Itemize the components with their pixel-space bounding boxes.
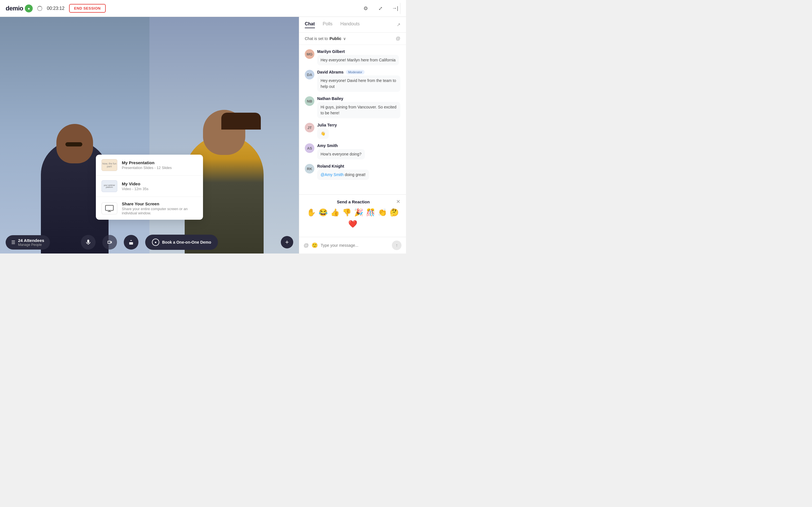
- camera-icon: [107, 239, 112, 245]
- reaction-hand[interactable]: ✋: [307, 208, 316, 217]
- reaction-confetti[interactable]: 🎊: [366, 208, 375, 217]
- send-button[interactable]: ↑: [392, 240, 402, 250]
- message-body: Marilyn Gilbert Hey everyone! Marilyn he…: [317, 49, 400, 65]
- avatar: DA: [305, 70, 314, 79]
- reaction-clap[interactable]: 👏: [378, 208, 387, 217]
- reaction-thinking[interactable]: 🤔: [390, 208, 399, 217]
- message-input[interactable]: [320, 243, 389, 247]
- message-sender: Marilyn Gilbert: [317, 49, 400, 54]
- reaction-close-button[interactable]: ✕: [396, 199, 400, 204]
- tab-handouts[interactable]: Handouts: [340, 21, 360, 28]
- sender-name: Amy Smith: [317, 144, 338, 148]
- list-item: DA David Abrams Moderator Hey everyone! …: [305, 70, 400, 92]
- monitor-icon: [105, 205, 114, 212]
- avatar: RK: [305, 164, 314, 173]
- external-link-icon[interactable]: ↗: [397, 22, 400, 27]
- message-sender: Amy Smith: [317, 144, 400, 148]
- microphone-icon: [86, 239, 91, 245]
- attendees-button[interactable]: ☰ 24 Attendees Manage People: [6, 235, 50, 249]
- video-info: My Video Video - 12m 35s: [122, 181, 197, 191]
- message-body: Amy Smith How's everyone doing?: [317, 144, 400, 159]
- session-timer: 00:23:12: [47, 6, 64, 11]
- enter-icon[interactable]: →|: [390, 3, 400, 13]
- message-body: Julia Terry 👋: [317, 123, 400, 139]
- presentation-info: My Presentation Presentation Slides - 12…: [122, 160, 197, 170]
- microphone-button[interactable]: [81, 235, 96, 249]
- camera-button[interactable]: [102, 235, 117, 249]
- list-item: MG Marilyn Gilbert Hey everyone! Marilyn…: [305, 49, 400, 65]
- sender-name: Julia Terry: [317, 123, 337, 127]
- logo-text: demio: [6, 5, 23, 12]
- video-subtitle: Video - 12m 35s: [122, 187, 197, 191]
- chat-public-toggle[interactable]: Chat is set to Public ∨: [305, 36, 346, 41]
- chat-tabs: Chat Polls Handouts ↗: [299, 17, 406, 33]
- chat-input-area: @ 🙂 ↑: [299, 237, 406, 253]
- message-sender: Nathan Bailey: [317, 96, 400, 101]
- chevron-down-icon: ∨: [343, 36, 346, 41]
- tab-polls[interactable]: Polls: [323, 21, 333, 28]
- at-mention-icon[interactable]: @: [396, 36, 400, 41]
- logo-icon: ●: [25, 4, 33, 12]
- presentation-subtitle: Presentation Slides - 12 Slides: [122, 166, 197, 170]
- message-body: David Abrams Moderator Hey everyone! Dav…: [317, 70, 400, 92]
- header-divider: [400, 3, 400, 14]
- demo-icon: ●: [152, 238, 159, 246]
- chat-public-value: Public: [329, 36, 342, 41]
- header-left: demio ● 00:23:12 END SESSION: [6, 4, 361, 13]
- video-title: My Video: [122, 181, 197, 186]
- recording-indicator: [37, 6, 42, 11]
- reaction-panel: Send a Reaction ✕ ✋ 😂 👍 👎 🎉 🎊 👏 🤔 ❤️: [299, 194, 406, 237]
- plus-button[interactable]: +: [281, 236, 293, 248]
- reaction-header: Send a Reaction ✕: [305, 199, 400, 204]
- list-item: RK Roland Knight @Amy Smith doing great!: [305, 164, 400, 180]
- logo: demio ●: [6, 4, 33, 12]
- message-sender: Roland Knight: [317, 164, 400, 168]
- moderator-badge: Moderator: [346, 70, 364, 74]
- avatar: MG: [305, 49, 314, 59]
- chat-panel: Chat Polls Handouts ↗ Chat is set to Pub…: [299, 17, 406, 253]
- avatar: NB: [305, 96, 314, 106]
- recording-dot-icon: [37, 6, 42, 11]
- screen-info: Share Your Screen Share your entire comp…: [122, 202, 197, 215]
- presentation-picker: Now, the fun part! My Presentation Prese…: [96, 155, 203, 220]
- reaction-thumbsup[interactable]: 👍: [331, 208, 340, 217]
- thumb-text-2: your webinar platform: [102, 184, 117, 189]
- reaction-title: Send a Reaction: [310, 200, 396, 204]
- sender-name: David Abrams: [317, 70, 344, 74]
- menu-icon: ☰: [11, 240, 15, 245]
- list-item: AS Amy Smith How's everyone doing?: [305, 144, 400, 159]
- chat-subheader: Chat is set to Public ∨ @: [299, 33, 406, 45]
- bottom-toolbar: ☰ 24 Attendees Manage People: [0, 231, 299, 253]
- list-item: NB Nathan Bailey Hi guys, joining from V…: [305, 96, 400, 118]
- message-text: @Amy Smith doing great!: [317, 170, 369, 180]
- tab-chat[interactable]: Chat: [305, 21, 315, 28]
- picker-item-screen[interactable]: Share Your Screen Share your entire comp…: [96, 197, 203, 220]
- message-body: Nathan Bailey Hi guys, joining from Vanc…: [317, 96, 400, 118]
- end-session-button[interactable]: END SESSION: [69, 4, 106, 13]
- reaction-heart[interactable]: ❤️: [348, 220, 357, 228]
- reaction-laugh[interactable]: 😂: [319, 208, 327, 217]
- svg-rect-0: [105, 205, 113, 210]
- reaction-thumbsdown[interactable]: 👎: [342, 208, 351, 217]
- avatar: AS: [305, 144, 314, 153]
- picker-item-video[interactable]: your webinar platform My Video Video - 1…: [96, 176, 203, 197]
- at-icon[interactable]: @: [304, 242, 309, 248]
- sender-name: Marilyn Gilbert: [317, 49, 345, 54]
- message-text: Hey everyone! Marilyn here from Californ…: [317, 55, 399, 65]
- screen-subtitle: Share your entire computer screen or an …: [122, 207, 197, 215]
- message-text: How's everyone doing?: [317, 149, 365, 159]
- emoji-icon[interactable]: 🙂: [312, 242, 318, 248]
- avatar: JT: [305, 123, 314, 132]
- reaction-party[interactable]: 🎉: [354, 208, 363, 217]
- expand-icon[interactable]: ⤢: [375, 3, 386, 13]
- header-right: ⚙ ⤢ →|: [361, 3, 400, 13]
- video-thumb: your webinar platform: [101, 180, 117, 192]
- presentation-thumb: Now, the fun part!: [101, 159, 117, 171]
- share-button[interactable]: [124, 235, 139, 249]
- settings-icon[interactable]: ⚙: [361, 3, 371, 13]
- list-item: JT Julia Terry 👋: [305, 123, 400, 139]
- picker-item-presentation[interactable]: Now, the fun part! My Presentation Prese…: [96, 155, 203, 176]
- video-area: Now, the fun part! My Presentation Prese…: [0, 17, 299, 253]
- message-sender: Julia Terry: [317, 123, 400, 127]
- book-demo-button[interactable]: ● Book a One-on-One Demo: [145, 235, 218, 250]
